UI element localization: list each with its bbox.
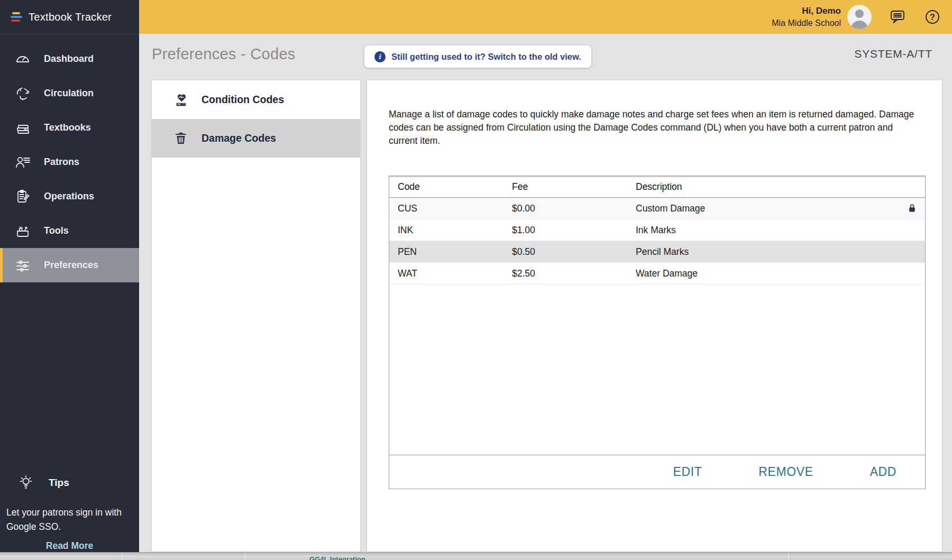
banner-text: Still getting used to it? Switch to the … xyxy=(391,52,581,62)
user-greeting: Hi, Demo xyxy=(772,5,841,17)
books-stack-icon xyxy=(14,119,32,137)
sidebar-item-label: Operations xyxy=(44,191,94,202)
cutoff-link-text: GG4L Integration xyxy=(309,555,365,560)
cell-description: Ink Marks xyxy=(636,225,900,236)
lightbulb-icon xyxy=(17,474,35,492)
table-header-row: Code Fee Description xyxy=(389,176,925,198)
cell-fee: $1.00 xyxy=(512,225,636,236)
sidebar-item-circulation[interactable]: Circulation xyxy=(0,76,139,111)
remove-button[interactable]: REMOVE xyxy=(755,464,816,480)
cell-code: CUS xyxy=(398,203,512,214)
help-icon[interactable]: ? xyxy=(923,8,941,26)
sidebar-nav: Dashboard Circulation xyxy=(0,42,139,282)
person-list-icon xyxy=(14,153,32,171)
sidebar-item-label: Textbooks xyxy=(44,122,91,133)
user-info: Hi, Demo Mia Middle School xyxy=(772,5,841,29)
svg-text:?: ? xyxy=(930,13,935,22)
cell-description: Custom Damage xyxy=(636,203,900,214)
menu-item-label: Condition Codes xyxy=(202,94,284,106)
table-row-ink[interactable]: INK $1.00 Ink Marks xyxy=(389,219,925,241)
bottom-cutoff-strip: GG4L Integration xyxy=(0,552,952,560)
trash-icon xyxy=(173,130,189,148)
damage-codes-table: Code Fee Description CUS $0.00 Custom Da… xyxy=(389,176,926,489)
tips-text: Let your patrons sign in with Google SSO… xyxy=(0,506,139,534)
sidebar-item-label: Patrons xyxy=(44,157,79,168)
sidebar-item-preferences[interactable]: Preferences xyxy=(0,248,139,282)
sidebar-item-operations[interactable]: Operations xyxy=(0,179,139,214)
cell-code: INK xyxy=(398,225,512,236)
dashboard-gauge-icon xyxy=(14,50,32,68)
tips-title: Tips xyxy=(49,477,69,489)
sidebar-item-patrons[interactable]: Patrons xyxy=(0,145,139,179)
add-button[interactable]: ADD xyxy=(867,464,900,480)
cell-fee: $0.00 xyxy=(512,203,636,214)
sidebar: Textbook Tracker Dashboard Circulation xyxy=(0,0,139,560)
app-window: Textbook Tracker Dashboard Circulation xyxy=(0,0,952,560)
table-row-pen[interactable]: PEN $0.50 Pencil Marks xyxy=(389,241,925,263)
menu-item-label: Damage Codes xyxy=(202,132,276,144)
app-title: Textbook Tracker xyxy=(29,11,112,23)
edit-button[interactable]: EDIT xyxy=(670,464,706,480)
condition-heart-icon xyxy=(173,91,189,109)
damage-codes-panel: Manage a list of damage codes to quickly… xyxy=(367,80,942,552)
logo-icon xyxy=(11,12,23,22)
page-title: Preferences - Codes xyxy=(152,45,296,63)
menu-item-condition-codes[interactable]: Condition Codes xyxy=(152,80,360,119)
codes-menu-panel: Condition Codes Damage Codes xyxy=(152,80,360,552)
info-icon: i xyxy=(374,51,386,62)
cell-description: Water Damage xyxy=(636,268,900,279)
page-header: Preferences - Codes i Still getting used… xyxy=(139,34,952,80)
sidebar-item-label: Dashboard xyxy=(44,53,94,65)
avatar[interactable] xyxy=(847,5,872,29)
sidebar-item-dashboard[interactable]: Dashboard xyxy=(0,42,139,76)
app-logo[interactable]: Textbook Tracker xyxy=(0,0,139,34)
sidebar-item-label: Tools xyxy=(44,225,69,236)
sidebar-item-textbooks[interactable]: Textbooks xyxy=(0,111,139,145)
cell-fee: $2.50 xyxy=(512,268,636,279)
clipboard-icon xyxy=(14,188,32,206)
chat-icon[interactable] xyxy=(889,8,907,26)
table-actions: EDIT REMOVE ADD xyxy=(389,455,925,489)
old-view-banner[interactable]: i Still getting used to it? Switch to th… xyxy=(364,45,591,68)
sidebar-item-tools[interactable]: Tools xyxy=(0,214,139,248)
table-row-cus[interactable]: CUS $0.00 Custom Damage xyxy=(389,198,925,219)
table-row-wat[interactable]: WAT $2.50 Water Damage xyxy=(389,263,925,284)
sliders-icon xyxy=(14,256,32,274)
circulation-arrows-icon xyxy=(14,85,32,103)
toolbox-icon xyxy=(14,222,32,240)
cell-code: WAT xyxy=(398,268,512,279)
column-header-description: Description xyxy=(636,181,900,192)
cell-description: Pencil Marks xyxy=(636,246,900,258)
column-header-code: Code xyxy=(398,181,512,192)
menu-item-damage-codes[interactable]: Damage Codes xyxy=(152,119,360,158)
lock-icon xyxy=(900,203,925,214)
damage-codes-description: Manage a list of damage codes to quickly… xyxy=(389,108,918,148)
cell-fee: $0.50 xyxy=(512,246,636,258)
read-more-link[interactable]: Read More xyxy=(0,540,139,552)
user-school: Mia Middle School xyxy=(772,17,841,29)
topbar: Hi, Demo Mia Middle School ? xyxy=(139,0,952,34)
sidebar-item-label: Preferences xyxy=(44,260,98,271)
column-header-fee: Fee xyxy=(512,181,636,192)
cell-code: PEN xyxy=(398,246,512,258)
tips-panel: Tips Let your patrons sign in with Googl… xyxy=(0,474,139,552)
sidebar-item-label: Circulation xyxy=(44,88,94,99)
system-label: SYSTEM-A/TT xyxy=(854,48,932,60)
